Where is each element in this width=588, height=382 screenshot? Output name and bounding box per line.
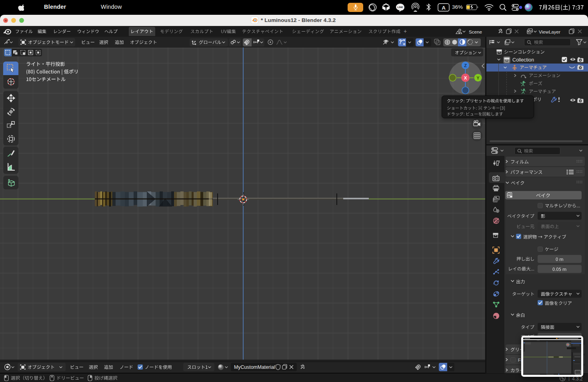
svg-text:Y: Y: [476, 76, 480, 80]
svg-text:X: X: [464, 76, 467, 80]
svg-text:A: A: [442, 5, 446, 11]
svg-text:LINE: LINE: [397, 6, 403, 8]
svg-text:Z: Z: [464, 63, 467, 68]
